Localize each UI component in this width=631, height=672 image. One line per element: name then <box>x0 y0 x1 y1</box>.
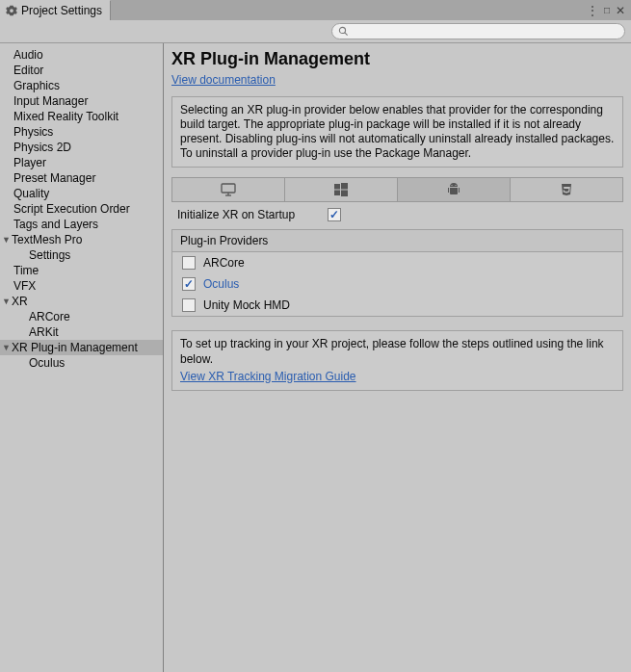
provider-oculus-checkbox[interactable] <box>182 277 196 291</box>
svg-point-10 <box>455 185 456 186</box>
svg-rect-8 <box>341 191 348 197</box>
initialize-xr-label: Initialize XR on Startup <box>177 208 328 221</box>
sidebar-item-quality[interactable]: Quality <box>0 186 163 201</box>
platform-tab-windows[interactable] <box>285 177 398 202</box>
settings-sidebar: Audio Editor Graphics Input Manager Mixe… <box>0 43 164 672</box>
sidebar-item-player[interactable]: Player <box>0 155 163 170</box>
search-input[interactable] <box>352 26 618 38</box>
svg-rect-2 <box>222 184 235 193</box>
tracking-migration-guide-link[interactable]: View XR Tracking Migration Guide <box>180 370 356 385</box>
platform-tab-webgl[interactable] <box>511 177 623 202</box>
windows-icon <box>334 183 348 196</box>
plugin-providers-box: Plug-in Providers ARCore Oculus Unity Mo… <box>171 229 623 317</box>
page-title: XR Plug-in Management <box>171 49 623 69</box>
caret-down-icon: ▼ <box>2 343 12 352</box>
sidebar-item-xr-plugin-management[interactable]: ▼XR Plug-in Management <box>0 340 163 355</box>
platform-tab-android[interactable] <box>398 177 511 202</box>
svg-rect-7 <box>334 191 340 196</box>
sidebar-item-xr[interactable]: ▼XR <box>0 294 163 309</box>
window-title: Project Settings <box>21 4 102 17</box>
sidebar-item-time[interactable]: Time <box>0 263 163 278</box>
sidebar-item-vfx[interactable]: VFX <box>0 278 163 294</box>
provider-oculus-label: Oculus <box>203 277 239 291</box>
sidebar-item-editor[interactable]: Editor <box>0 63 163 78</box>
sidebar-item-textmesh-pro[interactable]: ▼TextMesh Pro <box>0 232 163 247</box>
caret-down-icon: ▼ <box>2 235 12 245</box>
platform-tab-standalone[interactable] <box>171 177 285 202</box>
svg-line-1 <box>345 33 348 36</box>
provider-row-unity-mock-hmd: Unity Mock HMD <box>172 295 622 316</box>
info-message: Selecting an XR plug-in provider below e… <box>171 96 623 168</box>
close-icon[interactable]: ✕ <box>616 4 625 17</box>
android-icon <box>447 183 460 196</box>
monitor-icon <box>221 183 236 196</box>
sidebar-item-script-execution-order[interactable]: Script Execution Order <box>0 201 163 217</box>
svg-point-0 <box>339 27 345 33</box>
tracking-info-box: To set up tracking in your XR project, p… <box>171 330 623 391</box>
sidebar-item-tags-and-layers[interactable]: Tags and Layers <box>0 217 163 232</box>
search-row <box>0 20 631 43</box>
svg-point-9 <box>451 185 452 186</box>
html5-icon <box>560 183 573 196</box>
sidebar-item-audio[interactable]: Audio <box>0 47 163 63</box>
provider-arcore-label: ARCore <box>203 256 245 270</box>
platform-tabs <box>171 177 623 202</box>
search-icon <box>338 26 349 37</box>
plugin-providers-header: Plug-in Providers <box>172 230 622 252</box>
sidebar-item-mixed-reality-toolkit[interactable]: Mixed Reality Toolkit <box>0 109 163 124</box>
sidebar-item-input-manager[interactable]: Input Manager <box>0 93 163 109</box>
maximize-icon[interactable]: □ <box>604 5 610 15</box>
tracking-info-text: To set up tracking in your XR project, p… <box>180 337 615 367</box>
window-tab[interactable]: Project Settings <box>0 0 111 20</box>
svg-rect-5 <box>334 184 340 190</box>
provider-arcore-checkbox[interactable] <box>182 256 196 270</box>
provider-row-oculus: Oculus <box>172 273 622 295</box>
view-documentation-link[interactable]: View documentation <box>171 73 276 87</box>
provider-unity-mock-hmd-label: Unity Mock HMD <box>203 298 290 312</box>
settings-gear-icon <box>6 5 17 16</box>
initialize-xr-row: Initialize XR on Startup <box>171 202 623 227</box>
sidebar-item-preset-manager[interactable]: Preset Manager <box>0 170 163 186</box>
provider-row-arcore: ARCore <box>172 252 622 273</box>
search-box[interactable] <box>331 23 625 39</box>
sidebar-item-physics-2d[interactable]: Physics 2D <box>0 140 163 155</box>
main-panel: XR Plug-in Management View documentation… <box>164 43 631 672</box>
sidebar-item-arcore[interactable]: ARCore <box>0 309 163 324</box>
caret-down-icon: ▼ <box>2 297 12 306</box>
sidebar-item-graphics[interactable]: Graphics <box>0 78 163 93</box>
sidebar-item-physics[interactable]: Physics <box>0 124 163 140</box>
sidebar-item-oculus[interactable]: Oculus <box>0 355 163 371</box>
initialize-xr-checkbox[interactable] <box>328 208 341 221</box>
sidebar-item-textmesh-settings[interactable]: Settings <box>0 247 163 263</box>
sidebar-item-arkit[interactable]: ARKit <box>0 324 163 340</box>
svg-rect-6 <box>341 183 348 190</box>
kebab-menu-icon[interactable]: ⋮ <box>587 4 598 17</box>
provider-unity-mock-hmd-checkbox[interactable] <box>182 298 196 312</box>
